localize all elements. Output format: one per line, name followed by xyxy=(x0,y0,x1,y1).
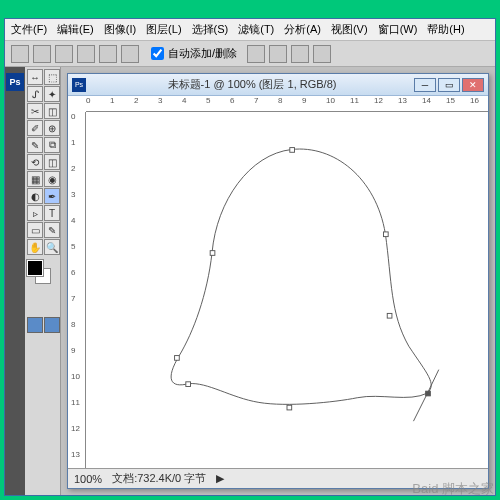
color-swatches[interactable] xyxy=(27,260,60,288)
slice-tool[interactable]: ◫ xyxy=(44,103,60,119)
crop-tool[interactable]: ✂ xyxy=(27,103,43,119)
ruler-tick: 6 xyxy=(71,268,75,277)
ruler-tick: 10 xyxy=(71,372,80,381)
canvas[interactable] xyxy=(86,112,488,468)
document-title: 未标题-1 @ 100% (图层 1, RGB/8) xyxy=(90,77,414,92)
vertical-ruler[interactable]: 012345678910111213 xyxy=(68,112,86,468)
menu-layer[interactable]: 图层(L) xyxy=(146,22,181,37)
dodge-tool[interactable]: ◐ xyxy=(27,188,43,204)
anchor-point[interactable] xyxy=(287,405,292,410)
menu-help[interactable]: 帮助(H) xyxy=(427,22,464,37)
status-arrow-icon[interactable]: ▶ xyxy=(216,472,224,485)
pen-preset-icon[interactable] xyxy=(11,45,29,63)
ruler-tick: 16 xyxy=(470,96,479,105)
history-brush-tool[interactable]: ⟲ xyxy=(27,154,43,170)
gradient-tool[interactable]: ▦ xyxy=(27,171,43,187)
marquee-tool[interactable]: ⬚ xyxy=(44,69,60,85)
anchor-point[interactable] xyxy=(210,251,215,256)
ruler-tick: 5 xyxy=(206,96,210,105)
control-handle[interactable] xyxy=(428,370,439,393)
bezier-path[interactable] xyxy=(171,149,431,404)
ruler-tick: 3 xyxy=(71,190,75,199)
ruler-tick: 5 xyxy=(71,242,75,251)
zoom-level[interactable]: 100% xyxy=(74,473,102,485)
path-ops-icon[interactable] xyxy=(247,45,265,63)
path-ops-icon-2[interactable] xyxy=(269,45,287,63)
notes-tool[interactable]: ✎ xyxy=(44,222,60,238)
pen-tool[interactable]: ✒ xyxy=(44,188,60,204)
ruler-tick: 1 xyxy=(71,138,75,147)
anchor-point[interactable] xyxy=(387,313,392,318)
ruler-tick: 3 xyxy=(158,96,162,105)
blur-tool[interactable]: ◉ xyxy=(44,171,60,187)
maximize-button[interactable]: ▭ xyxy=(438,78,460,92)
path-ops-icon-3[interactable] xyxy=(291,45,309,63)
wand-tool[interactable]: ✦ xyxy=(44,86,60,102)
menu-image[interactable]: 图像(I) xyxy=(104,22,136,37)
ruler-tick: 12 xyxy=(374,96,383,105)
pen-tool-icon[interactable] xyxy=(99,45,117,63)
ruler-tick: 13 xyxy=(398,96,407,105)
stamp-tool[interactable]: ⧉ xyxy=(44,137,60,153)
paths-icon[interactable] xyxy=(55,45,73,63)
zoom-tool[interactable]: 🔍 xyxy=(44,239,60,255)
anchor-point[interactable] xyxy=(175,356,180,361)
tool-palette: ↔ ⬚ ᔑ ✦ ✂ ◫ ✐ ⊕ ✎ ⧉ ⟲ ◫ ▦ ◉ ◐ ✒ ▹ T ▭ ✎ … xyxy=(25,67,61,495)
ruler-tick: 7 xyxy=(71,294,75,303)
ruler-tick: 8 xyxy=(278,96,282,105)
app-window: 文件(F) 编辑(E) 图像(I) 图层(L) 选择(S) 滤镜(T) 分析(A… xyxy=(4,18,496,496)
ruler-tick: 0 xyxy=(71,112,75,121)
menu-filter[interactable]: 滤镜(T) xyxy=(238,22,274,37)
quickmask-icon[interactable] xyxy=(27,317,43,333)
path-shape[interactable] xyxy=(86,112,488,468)
doc-info[interactable]: 文档:732.4K/0 字节 xyxy=(112,471,206,486)
minimize-button[interactable]: ─ xyxy=(414,78,436,92)
ruler-tick: 11 xyxy=(350,96,359,105)
menubar: 文件(F) 编辑(E) 图像(I) 图层(L) 选择(S) 滤镜(T) 分析(A… xyxy=(5,19,495,41)
document-area: Ps 未标题-1 @ 100% (图层 1, RGB/8) ─ ▭ ✕ 0123… xyxy=(61,67,495,495)
eyedropper-tool[interactable]: ✐ xyxy=(27,120,43,136)
menu-select[interactable]: 选择(S) xyxy=(192,22,229,37)
move-tool[interactable]: ↔ xyxy=(27,69,43,85)
ruler-tick: 4 xyxy=(71,216,75,225)
anchor-point[interactable] xyxy=(383,232,388,237)
ruler-tick: 1 xyxy=(110,96,114,105)
heal-tool[interactable]: ⊕ xyxy=(44,120,60,136)
ruler-tick: 6 xyxy=(230,96,234,105)
lasso-tool[interactable]: ᔑ xyxy=(27,86,43,102)
type-tool[interactable]: T xyxy=(44,205,60,221)
close-button[interactable]: ✕ xyxy=(462,78,484,92)
screen-mode-buttons xyxy=(27,317,60,333)
menu-file[interactable]: 文件(F) xyxy=(11,22,47,37)
menu-window[interactable]: 窗口(W) xyxy=(378,22,418,37)
ruler-tick: 4 xyxy=(182,96,186,105)
anchor-point[interactable] xyxy=(290,148,295,153)
doc-ps-icon: Ps xyxy=(72,78,86,92)
horizontal-ruler[interactable]: 012345678910111213141516 xyxy=(86,96,488,112)
control-handle[interactable] xyxy=(413,393,427,421)
foreground-color-swatch[interactable] xyxy=(27,260,43,276)
auto-add-delete-checkbox[interactable] xyxy=(151,47,164,60)
menu-view[interactable]: 视图(V) xyxy=(331,22,368,37)
auto-add-delete-label: 自动添加/删除 xyxy=(168,46,237,61)
anchor-point[interactable] xyxy=(186,382,191,387)
ruler-tick: 10 xyxy=(326,96,335,105)
hand-tool[interactable]: ✋ xyxy=(27,239,43,255)
fill-pixels-icon[interactable] xyxy=(77,45,95,63)
auto-add-delete-option[interactable]: 自动添加/删除 xyxy=(151,46,237,61)
document-window: Ps 未标题-1 @ 100% (图层 1, RGB/8) ─ ▭ ✕ 0123… xyxy=(67,73,489,489)
ruler-tick: 9 xyxy=(302,96,306,105)
ruler-tick: 0 xyxy=(86,96,90,105)
menu-analysis[interactable]: 分析(A) xyxy=(284,22,321,37)
document-titlebar[interactable]: Ps 未标题-1 @ 100% (图层 1, RGB/8) ─ ▭ ✕ xyxy=(68,74,488,96)
menu-edit[interactable]: 编辑(E) xyxy=(57,22,94,37)
screenmode-icon[interactable] xyxy=(44,317,60,333)
path-ops-icon-4[interactable] xyxy=(313,45,331,63)
brush-tool[interactable]: ✎ xyxy=(27,137,43,153)
freeform-pen-icon[interactable] xyxy=(121,45,139,63)
eraser-tool[interactable]: ◫ xyxy=(44,154,60,170)
shape-tool[interactable]: ▭ xyxy=(27,222,43,238)
path-select-tool[interactable]: ▹ xyxy=(27,205,43,221)
shape-layers-icon[interactable] xyxy=(33,45,51,63)
ruler-tick: 13 xyxy=(71,450,80,459)
